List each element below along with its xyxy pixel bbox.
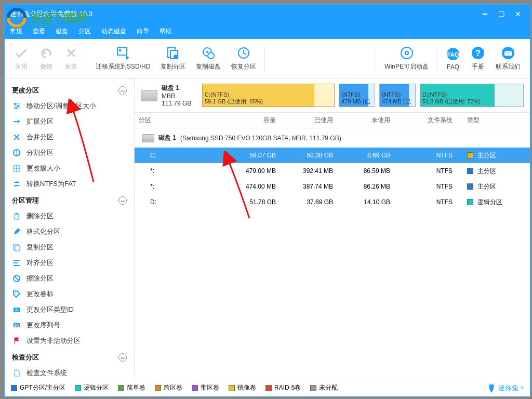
recover-button[interactable]: 恢复分区 xyxy=(226,44,261,73)
table-row[interactable]: C:59.07 GB50.38 GB8.69 GBNTFS主分区 xyxy=(135,148,530,163)
partition-block-d[interactable]: D:(NTFS)51.8 GB (已使用: 72%) xyxy=(420,84,524,107)
svg-text:FAQ: FAQ xyxy=(447,51,459,58)
menu-disk[interactable]: 磁盘 xyxy=(56,27,68,36)
sidebar-item-inactive[interactable]: 设置为非活动分区 xyxy=(5,333,134,349)
menu-view[interactable]: 查看 xyxy=(33,27,45,36)
table-row[interactable]: D:51.78 GB37.69 GB14.10 GBNTFS逻辑分区 xyxy=(135,194,530,210)
manual-button[interactable]: ?手册 xyxy=(466,44,490,73)
legend-bar: GPT分区/主分区逻辑分区简单卷跨区卷带区卷镜像卷RAID-5卷未分配迷你兔® xyxy=(5,379,530,396)
faq-icon: FAQ xyxy=(446,47,460,61)
window-title: 迷你兔分区向导免费版 10.3 xyxy=(10,9,92,19)
mail-icon xyxy=(501,46,515,60)
minimize-button[interactable]: ━ xyxy=(478,9,491,19)
sidebar-item-label[interactable]: 更改卷标 xyxy=(5,286,134,302)
serial-icon: SN xyxy=(12,321,21,330)
check-icon xyxy=(14,46,29,60)
menu-partition[interactable]: 分区 xyxy=(78,27,91,36)
sidebar-item-merge[interactable]: 合并分区 xyxy=(5,129,134,145)
sidebar-item-checkfs[interactable]: 检查文件系统 xyxy=(5,365,134,379)
maximize-button[interactable]: ☐ xyxy=(495,9,508,19)
table-row[interactable]: *:479.00 MB392.41 MB86.59 MBNTFS主分区 xyxy=(135,163,530,179)
svg-rect-2 xyxy=(117,48,127,55)
copy-icon xyxy=(12,243,21,252)
copy-disk-icon xyxy=(201,46,216,60)
migrate-icon xyxy=(116,46,130,60)
close-button[interactable]: ✕ xyxy=(511,9,525,19)
app-window: 迷你兔分区向导免费版 10.3 ━ ☐ ✕ 常规 查看 磁盘 分区 动态磁盘 向… xyxy=(4,4,530,397)
svg-point-21 xyxy=(15,107,17,109)
sidebar-item-split[interactable]: 分割分区 xyxy=(5,145,134,161)
merge-icon xyxy=(12,132,21,142)
hdd-icon xyxy=(141,90,157,101)
sidebar: 更改分区︿ 移动分区/调整分区大小 扩展分区 合并分区 分割分区 更改簇大小 转… xyxy=(5,78,135,379)
legend-item: 逻辑分区 xyxy=(75,383,109,392)
collapse-icon[interactable]: ︿ xyxy=(118,86,127,95)
brand-logo: 迷你兔® xyxy=(487,382,524,394)
svg-point-19 xyxy=(14,103,16,105)
svg-text:?: ? xyxy=(475,49,481,58)
align-icon xyxy=(12,258,21,268)
svg-text:ID: ID xyxy=(15,308,19,312)
svg-point-9 xyxy=(208,52,214,59)
table-header: 分区 容量 已使用 未使用 文件系统 类型 xyxy=(135,113,530,128)
disk-header-row[interactable]: 磁盘 1 (Samsung SSD 750 EVO 120GB SATA, MB… xyxy=(135,128,530,148)
partition-block-star2[interactable]: (NTFS)474 MB (已 xyxy=(379,84,416,107)
svg-point-12 xyxy=(405,51,408,55)
menu-wizard[interactable]: 向导 xyxy=(137,27,149,36)
sidebar-item-delete[interactable]: 删除分区 xyxy=(5,208,134,224)
contact-button[interactable]: 联系我们 xyxy=(490,44,526,73)
collapse-icon[interactable]: ︿ xyxy=(118,353,127,362)
col-unused[interactable]: 未使用 xyxy=(337,116,394,125)
col-partition[interactable]: 分区 xyxy=(135,116,212,125)
sidebar-section-change: 更改分区︿ xyxy=(5,82,134,98)
svg-point-11 xyxy=(401,47,413,59)
menu-dynamic[interactable]: 动态磁盘 xyxy=(101,27,126,36)
discard-icon xyxy=(64,46,78,60)
sidebar-item-typeid[interactable]: ID更改分区类型ID xyxy=(5,302,134,317)
table-row[interactable]: *:474.00 MB387.74 MB86.26 MBNTFS主分区 xyxy=(135,179,530,194)
legend-item: GPT分区/主分区 xyxy=(11,383,65,392)
col-fs[interactable]: 文件系统 xyxy=(394,116,457,125)
copy-partition-button[interactable]: 复制分区 xyxy=(155,44,191,73)
undo-button[interactable]: 撤销 xyxy=(34,44,59,73)
menu-help[interactable]: 帮助 xyxy=(159,27,172,36)
sidebar-item-cluster[interactable]: 更改簇大小 xyxy=(5,161,134,176)
flag-icon xyxy=(12,336,21,345)
svg-point-8 xyxy=(206,51,208,53)
pencil-icon xyxy=(12,227,21,236)
legend-item: 镜像卷 xyxy=(229,383,256,392)
sidebar-item-format[interactable]: 格式化分区 xyxy=(5,224,134,240)
content-area: 磁盘 1 MBR 111.79 GB C:(NTFS)59.1 GB (已使用:… xyxy=(135,78,530,379)
menu-general[interactable]: 常规 xyxy=(10,27,22,36)
sidebar-item-extend[interactable]: 扩展分区 xyxy=(5,114,134,129)
trash-icon xyxy=(12,211,21,221)
svg-point-27 xyxy=(15,292,16,294)
sidebar-item-move-resize[interactable]: 移动分区/调整分区大小 xyxy=(5,98,134,114)
migrate-button[interactable]: 迁移系统到SSD/HD xyxy=(90,44,155,73)
collapse-icon[interactable]: ︿ xyxy=(118,196,127,205)
sidebar-item-wipe[interactable]: 擦除分区 xyxy=(5,271,134,286)
sidebar-item-copy[interactable]: 复制分区 xyxy=(5,240,134,255)
copy-disk-button[interactable]: 复制磁盘 xyxy=(191,44,226,73)
sidebar-item-serial[interactable]: SN更改序列号 xyxy=(5,317,134,333)
col-capacity[interactable]: 容量 xyxy=(212,116,280,125)
winpe-button[interactable]: WinPE可启动盘 xyxy=(379,44,434,73)
partition-block-c[interactable]: C:(NTFS)59.1 GB (已使用: 85%) xyxy=(202,84,335,107)
col-used[interactable]: 已使用 xyxy=(280,116,337,125)
sidebar-item-align[interactable]: 对齐分区 xyxy=(5,255,134,271)
toolbar: 应用 撤销 放弃 迁移系统到SSD/HD 复制分区 复制磁盘 恢复分区 WinP… xyxy=(5,39,530,78)
slider-icon xyxy=(12,101,21,111)
faq-button[interactable]: FAQFAQ xyxy=(441,45,466,73)
discard-button[interactable]: 放弃 xyxy=(59,44,84,73)
titlebar: 迷你兔分区向导免费版 10.3 ━ ☐ ✕ xyxy=(5,5,530,23)
sidebar-item-convert-ntfs[interactable]: 转换NTFS为FAT xyxy=(5,176,134,192)
partition-block-star1[interactable]: (NTFS)479 MB (已 xyxy=(339,84,375,107)
doc-icon xyxy=(12,368,21,378)
legend-item: RAID-5卷 xyxy=(265,383,301,392)
col-type[interactable]: 类型 xyxy=(457,116,530,125)
svg-point-20 xyxy=(17,105,19,107)
split-icon xyxy=(12,148,21,157)
svg-rect-25 xyxy=(15,246,20,251)
apply-button[interactable]: 应用 xyxy=(9,44,34,73)
convert-icon xyxy=(12,179,21,189)
